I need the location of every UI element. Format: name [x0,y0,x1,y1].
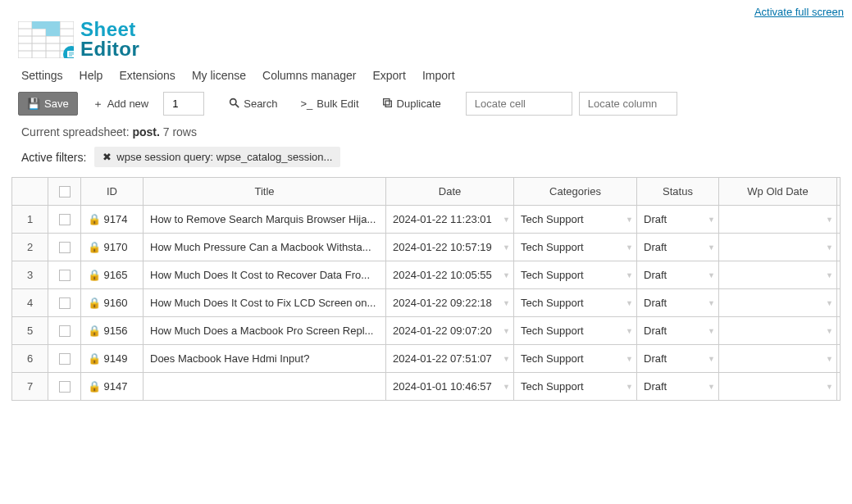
cell-title[interactable]: How Much Pressure Can a Macbook Withsta.… [144,234,386,261]
header-date[interactable]: Date [386,178,514,206]
cell-old-date[interactable]: ▼ [719,261,837,289]
cell-title[interactable]: How Much Does It Cost to Recover Data Fr… [144,261,386,289]
cell-extra[interactable]: ▼ [837,261,841,289]
menu-import[interactable]: Import [422,69,455,82]
menu-help[interactable]: Help [80,69,103,82]
row-checkbox[interactable] [48,261,81,289]
cell-date[interactable]: 2024-01-22 10:05:55▼ [386,261,514,289]
add-new-button[interactable]: ＋ Add new [84,93,157,115]
cell-id[interactable]: 🔒 9160 [81,289,144,317]
close-icon: ✖ [103,152,112,162]
cell-id[interactable]: 🔒 9147 [81,373,144,401]
cell-extra[interactable]: ▼ [837,345,841,373]
cell-id[interactable]: 🔒 9156 [81,317,144,345]
cell-extra[interactable]: ▼ [837,234,841,261]
cell-title[interactable] [144,373,386,401]
cell-extra[interactable]: ▼ [837,317,841,345]
header-title[interactable]: Title [144,178,386,206]
table-row: 2🔒 9170How Much Pressure Can a Macbook W… [12,234,841,261]
chevron-down-icon: ▼ [626,299,633,307]
row-checkbox[interactable] [48,317,81,345]
cell-id[interactable]: 🔒 9174 [81,206,144,234]
cell-old-date[interactable]: ▼ [719,206,837,234]
cell-id[interactable]: 🔒 9149 [81,345,144,373]
cell-old-date[interactable]: ▼ [719,317,837,345]
row-checkbox[interactable] [48,373,81,401]
table-header-row: ID Title Date Categories Status Wp Old D… [12,178,841,206]
cell-categories[interactable]: Tech Support▼ [514,289,637,317]
cell-date[interactable]: 2024-01-22 09:22:18▼ [386,289,514,317]
chevron-down-icon: ▼ [708,299,715,307]
row-checkbox[interactable] [48,345,81,373]
row-number[interactable]: 2 [12,234,48,261]
row-number[interactable]: 5 [12,317,48,345]
header-status[interactable]: Status [637,178,719,206]
cell-categories[interactable]: Tech Support▼ [514,345,637,373]
duplicate-button[interactable]: Duplicate [374,93,449,115]
cell-extra[interactable]: ▼ [837,206,841,234]
header-extra [837,178,841,206]
row-checkbox[interactable] [48,289,81,317]
cell-date[interactable]: 2024-01-01 10:46:57▼ [386,373,514,401]
search-button[interactable]: Search [221,93,285,115]
header-old-date[interactable]: Wp Old Date [719,178,837,206]
add-new-count-input[interactable] [163,92,204,116]
cell-old-date[interactable]: ▼ [719,289,837,317]
activate-fullscreen-link[interactable]: Activate full screen [754,6,844,18]
cell-old-date[interactable]: ▼ [719,373,837,401]
menu-export[interactable]: Export [372,69,405,82]
table-row: 3🔒 9165How Much Does It Cost to Recover … [12,261,841,289]
save-button[interactable]: 💾 Save [18,92,78,116]
spreadsheet-table[interactable]: ID Title Date Categories Status Wp Old D… [11,177,841,401]
cell-status[interactable]: Draft▼ [637,234,719,261]
cell-id[interactable]: 🔒 9165 [81,261,144,289]
cell-categories[interactable]: Tech Support▼ [514,317,637,345]
cell-status[interactable]: Draft▼ [637,289,719,317]
cell-title[interactable]: Does Macbook Have Hdmi Input? [144,345,386,373]
cell-date[interactable]: 2024-01-22 09:07:20▼ [386,317,514,345]
row-number[interactable]: 7 [12,373,48,401]
header-categories[interactable]: Categories [514,178,637,206]
locate-column-input[interactable] [579,92,677,116]
cell-old-date[interactable]: ▼ [719,345,837,373]
table-row: 6🔒 9149Does Macbook Have Hdmi Input?2024… [12,345,841,373]
cell-title[interactable]: How Much Does It Cost to Fix LCD Screen … [144,289,386,317]
cell-categories[interactable]: Tech Support▼ [514,234,637,261]
cell-extra[interactable]: ▼ [837,373,841,401]
header-checkbox[interactable] [48,178,81,206]
row-number[interactable]: 1 [12,206,48,234]
cell-date[interactable]: 2024-01-22 11:23:01▼ [386,206,514,234]
info-rows: 7 rows [160,125,197,138]
cell-status[interactable]: Draft▼ [637,373,719,401]
cell-categories[interactable]: Tech Support▼ [514,206,637,234]
cell-status[interactable]: Draft▼ [637,345,719,373]
bulk-edit-label: Bulk Edit [317,98,358,110]
lock-icon: 🔒 [88,297,101,309]
cell-status[interactable]: Draft▼ [637,206,719,234]
menu-license[interactable]: My license [192,69,246,82]
menu-extensions[interactable]: Extensions [119,69,175,82]
cell-title[interactable]: How to Remove Search Marquis Browser Hij… [144,206,386,234]
lock-icon: 🔒 [88,241,101,253]
cell-old-date[interactable]: ▼ [719,234,837,261]
row-checkbox[interactable] [48,206,81,234]
row-checkbox[interactable] [48,234,81,261]
row-number[interactable]: 3 [12,261,48,289]
cell-title[interactable]: How Much Does a Macbook Pro Screen Repl.… [144,317,386,345]
filter-chip[interactable]: ✖ wpse session query: wpse_catalog_sessi… [94,147,340,167]
bulk-edit-button[interactable]: >_ Bulk Edit [292,93,367,115]
locate-cell-input[interactable] [466,92,572,116]
cell-status[interactable]: Draft▼ [637,261,719,289]
row-number[interactable]: 4 [12,289,48,317]
row-number[interactable]: 6 [12,345,48,373]
cell-date[interactable]: 2024-01-22 10:57:19▼ [386,234,514,261]
cell-status[interactable]: Draft▼ [637,317,719,345]
cell-id[interactable]: 🔒 9170 [81,234,144,261]
cell-categories[interactable]: Tech Support▼ [514,261,637,289]
cell-date[interactable]: 2024-01-22 07:51:07▼ [386,345,514,373]
header-id[interactable]: ID [81,178,144,206]
menu-settings[interactable]: Settings [21,69,63,82]
cell-extra[interactable]: ▼ [837,289,841,317]
cell-categories[interactable]: Tech Support▼ [514,373,637,401]
menu-columns-manager[interactable]: Columns manager [262,69,356,82]
